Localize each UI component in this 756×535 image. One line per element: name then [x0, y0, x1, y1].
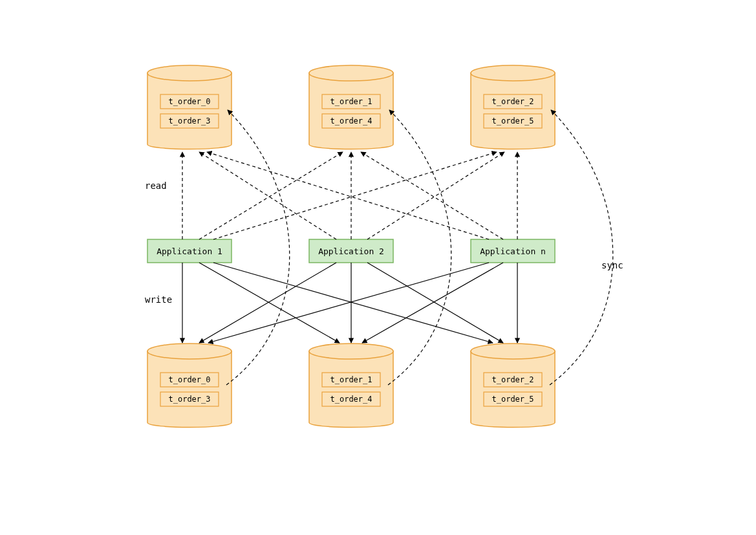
table-label: t_order_4 — [330, 395, 372, 404]
database-bottom-2: t_order_2 t_order_5 — [471, 344, 555, 428]
svg-point-7 — [309, 344, 393, 359]
read-label: read — [145, 180, 167, 191]
table-label: t_order_2 — [491, 97, 534, 106]
table-label: t_order_0 — [168, 375, 210, 384]
svg-point-8 — [471, 344, 555, 359]
svg-point-1 — [309, 65, 393, 81]
table-label: t_order_2 — [491, 375, 534, 384]
database-bottom-1: t_order_1 t_order_4 — [309, 344, 393, 428]
database-bottom-0: t_order_0 t_order_3 — [147, 344, 232, 428]
architecture-diagram: t_order_0 t_order_3 t_order_1 t_order_4 … — [0, 0, 756, 535]
write-label: write — [145, 294, 172, 305]
sync-label: sync — [601, 260, 623, 270]
database-top-2: t_order_2 t_order_5 — [471, 65, 555, 149]
table-label: t_order_4 — [330, 116, 372, 126]
database-top-0: t_order_0 t_order_3 — [147, 65, 232, 149]
application-2: Application n — [471, 239, 555, 263]
svg-line-15 — [207, 152, 489, 239]
application-0: Application 1 — [147, 239, 232, 263]
table-label: t_order_3 — [168, 395, 210, 404]
svg-point-2 — [471, 65, 555, 81]
table-label: t_order_3 — [168, 116, 210, 126]
read-arrows — [182, 152, 517, 239]
application-label: Application n — [480, 246, 546, 256]
table-label: t_order_0 — [168, 97, 210, 106]
svg-line-11 — [213, 152, 497, 239]
database-top-1: t_order_1 t_order_4 — [309, 65, 393, 149]
table-label: t_order_1 — [330, 375, 372, 384]
svg-point-0 — [147, 65, 232, 81]
svg-line-25 — [362, 263, 503, 343]
write-arrows — [182, 263, 517, 343]
svg-line-14 — [367, 152, 504, 239]
application-label: Application 2 — [318, 246, 384, 256]
svg-point-6 — [147, 344, 232, 359]
svg-line-12 — [199, 152, 336, 239]
table-label: t_order_5 — [491, 395, 534, 404]
svg-line-24 — [208, 263, 489, 343]
svg-line-16 — [361, 152, 503, 239]
table-label: t_order_5 — [491, 116, 534, 126]
svg-line-10 — [199, 152, 343, 239]
application-1: Application 2 — [309, 239, 393, 263]
table-label: t_order_1 — [330, 97, 372, 106]
application-label: Application 1 — [157, 246, 222, 256]
svg-line-20 — [213, 263, 493, 343]
